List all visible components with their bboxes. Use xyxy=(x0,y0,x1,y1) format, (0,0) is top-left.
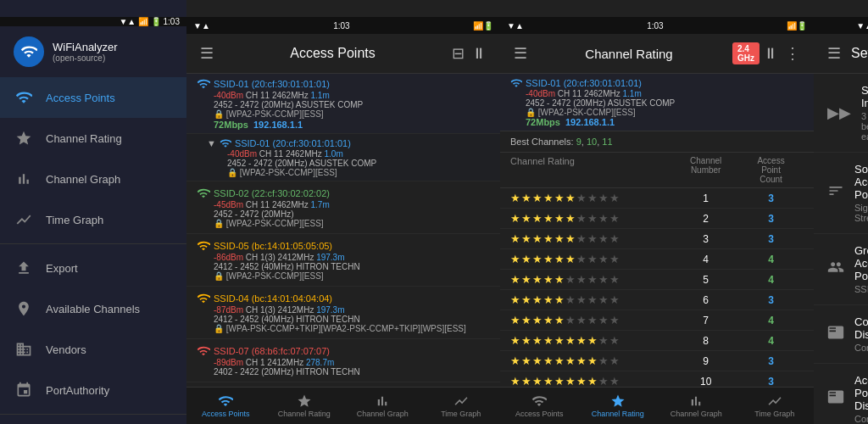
tab-channel-rating-ap[interactable]: Channel Rating xyxy=(265,388,344,424)
tab-label-time-graph-ch: Time Graph xyxy=(754,410,794,418)
sidebar-label-access-points: Access Points xyxy=(46,92,115,104)
star-8-7: ★ xyxy=(587,354,598,367)
settings-item-ap-display[interactable]: Access Point Display Complete xyxy=(814,364,868,424)
channel-row-6: ★★★★★★★★★★74 xyxy=(500,310,814,331)
channel-count-9: 3 xyxy=(738,376,804,388)
settings-item-scan-interval[interactable]: ▶▶ Scan Interval 3 seconds between each … xyxy=(814,74,868,153)
hamburger-icon-settings[interactable]: ☰ xyxy=(824,41,844,66)
ap-item-1[interactable]: SSID-02 (22:cf:30:02:02:02) -45dBm CH 11… xyxy=(186,181,500,234)
sidebar-item-vendors[interactable]: Vendors xyxy=(0,329,186,370)
ch-tab-bar: Access Points Channel Rating Channel Gra… xyxy=(500,387,814,424)
ap-item-3[interactable]: SSID-04 (bc:14:01:04:04:04) -87dBm CH 1(… xyxy=(186,287,500,339)
hamburger-icon[interactable]: ☰ xyxy=(197,41,217,66)
frequency-badge: 2.4GHz xyxy=(732,42,760,64)
group-ap-label: Group Access Points By xyxy=(854,244,868,282)
channel-count-7: 4 xyxy=(738,335,804,347)
best-ch-10: 10 xyxy=(587,137,597,147)
settings-item-connection-display[interactable]: Connection Display Compact xyxy=(814,305,868,364)
access-points-header: ☰ Access Points ⊟ ⏸ xyxy=(186,34,500,74)
sidebar-item-available-channels[interactable]: Available Channels xyxy=(0,288,186,329)
channel-rating-header: ☰ Channel Rating 2.4GHz ⏸ ⋮ xyxy=(500,34,814,74)
settings-item-group-ap[interactable]: Group Access Points By SSID xyxy=(814,234,868,305)
star-2-3: ★ xyxy=(543,232,554,245)
channel-number-9: 10 xyxy=(673,376,738,388)
sidebar-item-channel-rating[interactable]: Channel Rating xyxy=(0,118,186,159)
connection-display-icon xyxy=(827,324,844,345)
tab-channel-graph-ap[interactable]: Channel Graph xyxy=(343,388,422,424)
available-channels-icon xyxy=(14,298,34,319)
star-3-8: ★ xyxy=(598,253,609,265)
ap-item-0-expanded[interactable]: ▼ SSID-01 (20:cf:30:01:01:01) -40dBm CH … xyxy=(186,134,500,181)
star-0-2: ★ xyxy=(532,192,542,204)
star-2-7: ★ xyxy=(587,232,598,245)
star-8-6: ★ xyxy=(576,354,587,367)
tab-access-points-ch[interactable]: Access Points xyxy=(500,388,579,424)
export-icon xyxy=(14,258,34,278)
best-ch-9: 9 xyxy=(576,137,581,147)
sidebar-label-channel-rating: Channel Rating xyxy=(46,132,122,145)
ap-range-4: 2402 - 2422 (20MHz) HITRON TECHN xyxy=(214,367,490,377)
sidebar-item-time-graph[interactable]: Time Graph xyxy=(0,199,186,240)
access-points-title: Access Points xyxy=(217,46,448,61)
channel-rating-panel: ▼▲ 1:03 📶🔋 ☰ Channel Rating 2.4GHz ⏸ ⋮ S… xyxy=(500,0,814,424)
ap-ssid-3: SSID-04 (bc:14:01:04:04:04) xyxy=(214,293,332,304)
sidebar-item-channel-graph[interactable]: Channel Graph xyxy=(0,159,186,199)
star-8-1: ★ xyxy=(521,354,531,367)
pause-icon-ap[interactable]: ⏸ xyxy=(468,42,490,66)
sidebar-item-port-authority[interactable]: PortAuthority xyxy=(0,370,186,410)
star-4-4: ★ xyxy=(554,273,565,286)
sort-ap-row: Sort Access Points By Signal Strength xyxy=(827,163,868,223)
filter-icon[interactable]: ⊟ xyxy=(448,41,468,66)
menu-icon-ch[interactable]: ⋮ xyxy=(782,41,804,66)
sidebar-item-export[interactable]: Export xyxy=(0,248,186,288)
ap-item-4[interactable]: SSID-07 (68:b6:fc:07:07:07) -89dBm CH 1 … xyxy=(186,339,500,382)
channel-count-5: 3 xyxy=(738,294,804,306)
star-4-3: ★ xyxy=(543,273,554,286)
settings-item-sort-ap[interactable]: Sort Access Points By Signal Strength xyxy=(814,153,868,234)
hamburger-icon-ch[interactable]: ☰ xyxy=(510,41,531,66)
channel-count-0: 3 xyxy=(738,192,804,204)
tab-time-graph-ch[interactable]: Time Graph xyxy=(736,388,815,424)
star-9-8: ★ xyxy=(598,375,609,387)
nav-separator-2 xyxy=(0,414,186,415)
tab-channel-rating-ch[interactable]: Channel Rating xyxy=(579,388,658,424)
ap-item-0[interactable]: SSID-01 (20:cf:30:01:01:01) -40dBm CH 11… xyxy=(186,74,500,134)
channel-row-2: ★★★★★★★★★★33 xyxy=(500,229,814,249)
sidebar-item-settings[interactable]: Settings xyxy=(0,418,186,424)
ap-item-2[interactable]: SSID-05 (bc:14:01:05:05:05) -86dBm CH 1(… xyxy=(186,234,500,287)
settings-header: ☰ Settings xyxy=(814,34,868,74)
star-5-3: ★ xyxy=(543,293,554,306)
tab-label-time-graph-ap: Time Graph xyxy=(441,410,481,418)
sidebar-item-access-points[interactable]: Access Points xyxy=(0,77,186,118)
tab-label-access-points-ch: Access Points xyxy=(515,410,564,418)
tab-access-points-ap[interactable]: Access Points xyxy=(186,388,265,424)
star-6-0: ★ xyxy=(510,314,520,326)
ch-tabs: Access Points Channel Rating Channel Gra… xyxy=(500,387,814,424)
pause-icon-ch[interactable]: ⏸ xyxy=(760,42,782,66)
tab-time-graph-ap[interactable]: Time Graph xyxy=(422,388,501,424)
star-3-1: ★ xyxy=(521,253,531,265)
best-channels: Best Channels: 9, 10, 11 xyxy=(500,131,814,153)
channel-count-2: 3 xyxy=(738,233,804,245)
star-1-9: ★ xyxy=(609,212,620,225)
app-subtitle: (open-source) xyxy=(53,53,118,63)
ap-ssid-0-sub: SSID-01 (20:cf:30:01:01:01) xyxy=(235,138,351,148)
star-0-0: ★ xyxy=(510,192,520,204)
star-7-4: ★ xyxy=(554,334,565,347)
ap-details-0-sub: -40dBm CH 11 2462MHz 1.0m xyxy=(227,149,490,159)
star-3-9: ★ xyxy=(609,253,620,265)
sort-ap-label: Sort Access Points By xyxy=(854,163,868,201)
star-5-0: ★ xyxy=(510,293,520,306)
star-1-2: ★ xyxy=(532,212,542,225)
ch-top-speed: 72Mbps 192.168.1.1 xyxy=(526,117,804,127)
ap-security-1: 🔒 [WPA2-PSK-CCMP][ESS] xyxy=(214,219,490,228)
tab-channel-graph-ch[interactable]: Channel Graph xyxy=(657,388,736,424)
status-time-ch: 1:03 xyxy=(647,21,663,31)
status-icons-center-right: 📶🔋 xyxy=(473,21,493,31)
star-0-1: ★ xyxy=(521,192,531,204)
ap-ssid-0: SSID-01 (20:cf:30:01:01:01) xyxy=(214,79,330,89)
channel-row-8: ★★★★★★★★★★93 xyxy=(500,351,814,371)
ap-security-0: 🔒 [WPA2-PSK-CCMP][ESS] xyxy=(214,109,490,119)
star-0-9: ★ xyxy=(609,192,620,204)
star-2-5: ★ xyxy=(565,232,576,245)
